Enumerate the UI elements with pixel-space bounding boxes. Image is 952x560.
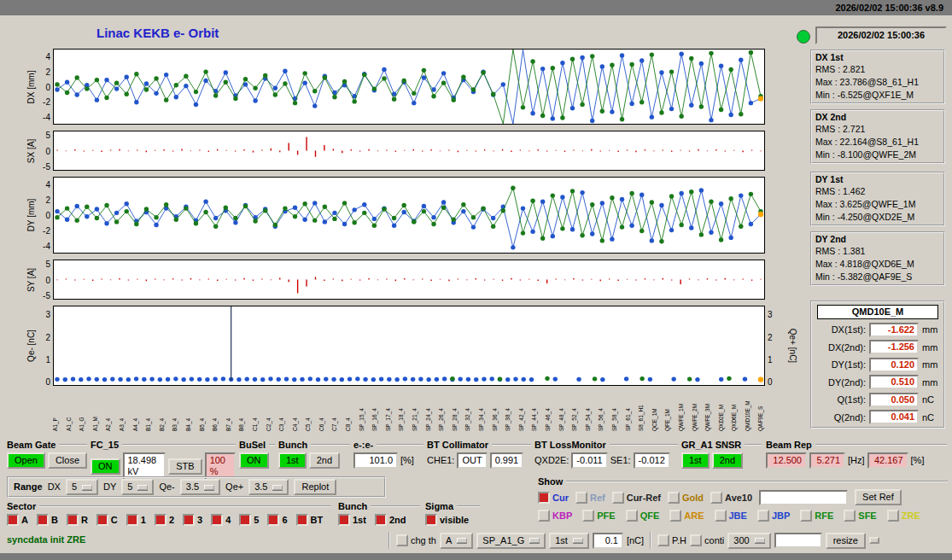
sy-plot[interactable] [53,260,765,300]
busel-group: BuSel ON [239,439,275,469]
monitor-row-value: 0.510 [869,375,919,389]
sigma-visible-checkbox[interactable]: visible [425,514,469,526]
x-axis-label: QAF9E_S [758,388,764,431]
threshold-unit: [nC] [627,534,644,547]
show-cur-checkbox[interactable]: Cur [538,492,569,504]
qxd2e-label: QXD2E: [534,454,569,467]
stat-min: Min : -5.382@QAF9E_S [815,271,940,283]
x-axis-label: SP_21_4 [412,388,418,431]
range-qe-minus-select[interactable]: 3.5 [180,479,220,495]
ref-name-input[interactable] [759,490,848,505]
show-zre-checkbox[interactable]: ZRE [887,510,920,522]
sector-select-value: A [446,535,452,546]
snapshot-button[interactable] [869,537,879,544]
bunch-1st-button[interactable]: 1st [278,452,307,469]
interval-select[interactable]: 300 [727,533,770,549]
stat-rms: RMS : 2.821 [815,63,940,76]
checkbox-indicator [375,514,387,526]
show-jbp-checkbox[interactable]: JBP [757,510,790,522]
x-axis-label: C7_4 [332,388,338,431]
bunch-2nd-button[interactable]: 2nd [309,452,340,469]
stat-dx-2nd: DX 2nd RMS : 2.721 Max : 22.164@S8_61_H1… [810,109,945,164]
option-menu-icon [204,485,214,490]
checkbox-indicator [396,534,408,546]
sector-6-checkbox[interactable]: 6 [267,514,287,526]
show-qfe-checkbox[interactable]: QFE [626,510,660,522]
beam-gate-close-button[interactable]: Close [48,452,87,469]
set-ref-button[interactable]: Set Ref [855,489,902,505]
x-axis-label: SP_42_4 [519,388,525,431]
x-axis-label: SP_46_4 [546,388,552,431]
checkbox-indicator [7,514,19,526]
show-sfe-checkbox[interactable]: SFE [844,510,876,522]
show-cur-ref-checkbox[interactable]: Cur-Ref [612,492,661,504]
gr-snsr-2nd-button[interactable]: 2nd [712,452,743,469]
sector-b-checkbox[interactable]: B [37,514,58,526]
show-pfe-checkbox[interactable]: PFE [582,510,615,522]
option-menu-icon [82,485,92,490]
threshold-input[interactable]: 0.1 [593,533,623,549]
x-axis-label: C5_4 [306,388,312,431]
show-rfe-checkbox[interactable]: RFE [800,510,833,522]
charge-plot[interactable] [53,306,765,386]
chg-th-checkbox[interactable]: chg th [396,534,436,546]
sector-1-checkbox[interactable]: 1 [126,514,146,526]
show-ave10-checkbox[interactable]: Ave10 [710,492,752,504]
sector-5-checkbox[interactable]: 5 [239,514,259,526]
sector-r-checkbox[interactable]: R [67,514,88,526]
x-axis-label: B7_4 [226,388,232,431]
bunch-order-select[interactable]: 1st [549,533,589,549]
sigma-caption: Sigma [425,501,453,511]
stat-max: Max : 23.786@S8_61_H1 [815,76,940,89]
x-axis-label: SP_18_4 [399,388,405,431]
sector-4-checkbox[interactable]: 4 [211,514,231,526]
range-qe-plus-select[interactable]: 3.5 [248,479,289,495]
monitor-row-label: DX(2nd): [816,342,866,353]
busel-on-button[interactable]: ON [239,452,269,469]
bunch-1st-checkbox[interactable]: 1st [338,514,366,526]
range-dx-select[interactable]: 5 [66,479,98,495]
stat-title: DY 1st [815,174,940,184]
x-axis-label: SP_61_4 [626,388,632,431]
gr-snsr-1st-button[interactable]: 1st [681,452,710,469]
checkbox-indicator [757,510,769,522]
monitor-row-value: 0.050 [869,393,919,407]
stat-dy-2nd: DY 2nd RMS : 1.381 Max : 4.818@QXD6E_M M… [810,231,945,286]
monitor-select[interactable]: SP_A1_G [476,533,546,549]
dy-plot[interactable] [53,177,765,254]
show-ref-checkbox[interactable]: Ref [575,492,605,504]
x-axis-label: SP_48_4 [559,388,565,431]
sy-plot-row: SY [A] 50-5 [0,260,807,300]
fc15-on-button[interactable]: ON [91,458,120,475]
resize-button[interactable]: resize [826,533,866,549]
monitor-row-value: -1.256 [869,340,919,354]
sector-c-checkbox[interactable]: C [96,514,118,526]
fc15-stb-button[interactable]: STB [168,458,201,475]
x-axis-label: SP_28_4 [453,388,458,431]
bunch-2nd-checkbox[interactable]: 2nd [375,514,406,526]
sector-2-checkbox[interactable]: 2 [155,514,174,526]
sx-plot[interactable] [53,131,765,171]
show-gold-checkbox[interactable]: Gold [668,492,704,504]
sector-3-checkbox[interactable]: 3 [183,514,202,526]
show-jbe-checkbox[interactable]: JBE [715,510,747,522]
beam-rep-value-2: 5.271 [809,452,845,469]
conti-checkbox[interactable]: conti [690,534,724,546]
timestamp: 2026/02/02 15:00:36 [815,26,947,44]
monitor-row-unit: mm [922,359,939,370]
dx-plot[interactable] [53,49,765,125]
show-are-checkbox[interactable]: ARE [669,510,704,522]
sector-bt-checkbox[interactable]: BT [296,514,324,526]
beam-gate-open-button[interactable]: Open [7,452,45,469]
monitor-row: DY(1st): 0.120 mm [812,356,943,374]
show-kbp-checkbox[interactable]: KBP [538,510,572,522]
sector-select[interactable]: A [440,533,473,549]
ph-checkbox[interactable]: P.H [657,534,686,546]
option-menu-icon [755,538,765,543]
count-input[interactable] [774,533,822,548]
sector-a-checkbox[interactable]: A [7,514,28,526]
monitor-row-label: DY(1st): [816,359,866,370]
range-dy-select[interactable]: 5 [121,479,154,495]
range-dy-label: DY [103,481,116,493]
replot-button[interactable]: Replot [294,479,336,495]
